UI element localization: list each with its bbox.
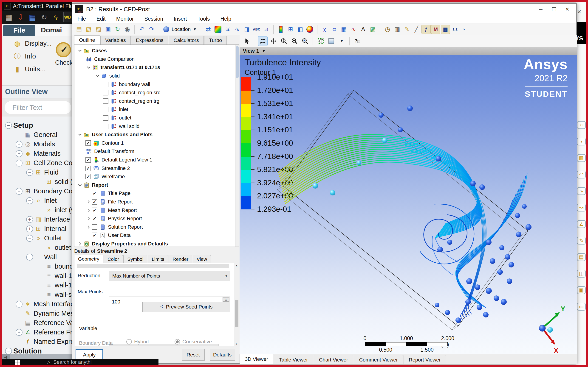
workbench-icon[interactable]: WB <box>63 12 72 22</box>
save-state-icon[interactable]: ▣ <box>103 25 112 34</box>
capture-icon[interactable]: ▭ <box>577 303 586 311</box>
chevron-right-icon[interactable] <box>86 224 92 230</box>
timestep-selector-icon[interactable]: ◷ <box>383 25 392 34</box>
chevron-right-icon[interactable] <box>86 208 92 213</box>
fluent-tree-item-named-expressio[interactable]: −ƒNamed Expressio <box>2 337 72 346</box>
chevron-right-icon[interactable] <box>86 199 92 205</box>
outline-item-outlet[interactable]: outlet <box>74 114 239 122</box>
snapshot-icon[interactable]: ◉ <box>123 25 132 34</box>
menu-tools[interactable]: Tools <box>198 16 210 22</box>
menu-edit[interactable]: Edit <box>96 16 106 22</box>
scroll-up-icon[interactable]: ∧ <box>234 263 239 269</box>
chevron-down-icon[interactable] <box>77 48 83 53</box>
notes-icon[interactable]: ▤ <box>577 253 586 261</box>
fluent-ribbon-item-info[interactable]: ⓘInfo <box>13 52 36 60</box>
menu-monitor[interactable]: Monitor <box>116 16 134 22</box>
outline-item-default-transform[interactable]: Default Transform <box>74 147 239 156</box>
rotate-tool-icon[interactable] <box>258 36 268 46</box>
fluent-tree-item-boundary-condit[interactable]: −⊞Boundary Condit <box>2 186 72 196</box>
tab-variables[interactable]: Variables <box>100 36 131 44</box>
outline-item-wireframe[interactable]: ✓Wireframe <box>74 173 239 181</box>
expander-plus-icon[interactable]: + <box>16 301 23 308</box>
windows-icon[interactable]: ▣ <box>577 286 586 294</box>
fluent-tree-item-boundary-w[interactable]: −≡boundary-w <box>2 262 72 271</box>
particle-track-icon[interactable]: ∿ <box>233 25 242 34</box>
outline-item-contact-region-src[interactable]: contact_region src <box>74 89 239 97</box>
outline-item-display-properties-and-defaults[interactable]: Display Properties and Defaults <box>74 240 239 247</box>
color-map-icon[interactable] <box>305 25 314 34</box>
outline-item-inlet[interactable]: inlet <box>74 105 239 114</box>
import-data-icon[interactable]: ⇩ <box>16 12 25 22</box>
pathline-display-icon[interactable]: ↝ <box>577 204 586 211</box>
fluent-tree-item-solid--fluid-[interactable]: −⊞solid (fluid, <box>2 177 72 186</box>
expander-plus-icon[interactable]: + <box>16 141 23 148</box>
chevron-right-icon[interactable] <box>77 241 83 247</box>
load-results-icon[interactable]: ▤ <box>74 25 84 34</box>
fluent-close-icon[interactable]: × <box>577 8 581 16</box>
fluent-tree-item-setup[interactable]: −Setup <box>2 121 72 130</box>
taskbar-search[interactable]: ⌕ Search for anythi <box>47 359 92 365</box>
chevron-down-icon[interactable]: ▼ <box>337 36 346 46</box>
details-tab-color[interactable]: Color <box>104 255 123 263</box>
table-icon[interactable]: ▦ <box>339 25 348 34</box>
expander-plus-icon[interactable]: + <box>16 150 23 157</box>
fluent-tab-file[interactable]: File <box>3 25 35 36</box>
checkbox-unchecked-icon[interactable] <box>103 124 108 129</box>
outline-item-user-locations-and-plots[interactable]: User Locations and Plots <box>74 131 239 139</box>
fluent-tree-item-interface[interactable]: +▥Interface <box>2 215 72 224</box>
clip-plane-icon[interactable]: ◧ <box>296 25 305 34</box>
preview-seed-points-button[interactable]: ⁖ Preview Seed Points <box>142 302 230 312</box>
checkbox-checked-icon[interactable]: ✓ <box>86 157 91 163</box>
outline-item-boundary-wall[interactable]: boundary wall <box>74 80 239 89</box>
vector-plot-icon[interactable]: ⇄ <box>204 25 213 34</box>
case-comparison-table-icon[interactable]: ▦ <box>441 25 450 34</box>
case-calculator-icon[interactable]: ▦ <box>28 12 36 22</box>
checkbox-checked-icon[interactable]: ✓ <box>92 199 97 205</box>
checkbox-checked-icon[interactable]: ✓ <box>92 208 97 213</box>
apply-button[interactable]: Apply <box>76 349 103 361</box>
checkbox-checked-icon[interactable]: ✓ <box>86 174 91 179</box>
fluent-tree-item-internal[interactable]: +⊞Internal <box>2 224 72 234</box>
outline-item-wall-solid[interactable]: wall solid <box>74 122 239 131</box>
details-scrollbar[interactable]: ∧ ∨ <box>234 263 239 346</box>
menu-insert[interactable]: Insert <box>174 16 187 22</box>
compare-icon[interactable]: ◫ <box>577 270 586 277</box>
chevron-right-icon[interactable] <box>86 216 92 221</box>
contour-display-icon[interactable]: ◠ <box>577 171 586 178</box>
outline-item-streamline-2[interactable]: ✓Streamline 2 <box>74 164 239 173</box>
fluent-tree-item-solution[interactable]: −Solution <box>2 346 72 354</box>
fluent-tree-item-models[interactable]: +◎Models <box>2 140 72 149</box>
fit-view-icon[interactable] <box>300 36 310 46</box>
expander-minus-icon[interactable]: − <box>5 122 12 129</box>
shaded-display-icon[interactable]: ◗ <box>577 138 586 145</box>
spin-up-icon[interactable]: ▲ <box>223 297 229 302</box>
scrollbar-thumb[interactable] <box>236 46 239 78</box>
comment-icon[interactable]: A <box>359 25 368 34</box>
outline-item-contact-region-trg[interactable]: contact_region trg <box>74 97 239 106</box>
checkbox-checked-icon[interactable]: ✓ <box>92 191 97 196</box>
expander-minus-icon[interactable]: − <box>26 197 33 204</box>
checkbox-checked-icon[interactable]: ✓ <box>92 233 97 238</box>
details-tab-geometry[interactable]: Geometry <box>74 255 103 263</box>
expander-plus-icon[interactable]: + <box>16 329 23 336</box>
fluent-tree-item-outlet[interactable]: −»Outlet <box>2 234 72 243</box>
scrollbar-thumb[interactable] <box>235 300 238 327</box>
contour-plot-icon[interactable] <box>213 25 223 34</box>
outline-item-contour-1[interactable]: ✓Contour 1 <box>74 139 239 148</box>
fluent-tree-item-wall[interactable]: −≡Wall <box>2 252 72 262</box>
viewer-tab-report-viewer[interactable]: Report Viewer <box>404 355 446 364</box>
viewer-tab-comment-viewer[interactable]: Comment Viewer <box>354 355 403 364</box>
reduction-dropdown[interactable]: Max Number of Points▾ <box>109 271 230 281</box>
annotate-icon[interactable]: ✎ <box>577 237 586 244</box>
load-state-icon[interactable]: ▨ <box>94 25 103 34</box>
outline-item-file-report[interactable]: ✓File Report <box>74 198 239 206</box>
expander-minus-icon[interactable]: − <box>5 348 12 354</box>
viewer-tab-table-viewer[interactable]: Table Viewer <box>274 355 313 364</box>
undo-icon[interactable]: ↶ <box>137 25 147 34</box>
coordinate-frame-icon[interactable]: ⊿ <box>262 25 271 34</box>
macro-calculator-icon[interactable]: M <box>431 25 440 34</box>
variable-icon[interactable]: χ <box>320 25 329 34</box>
tab-expressions[interactable]: Expressions <box>131 36 168 44</box>
fluent-ribbon-item-display[interactable]: ◍Display... <box>13 39 52 48</box>
volume-rendering-icon[interactable]: ◨ <box>242 25 251 34</box>
